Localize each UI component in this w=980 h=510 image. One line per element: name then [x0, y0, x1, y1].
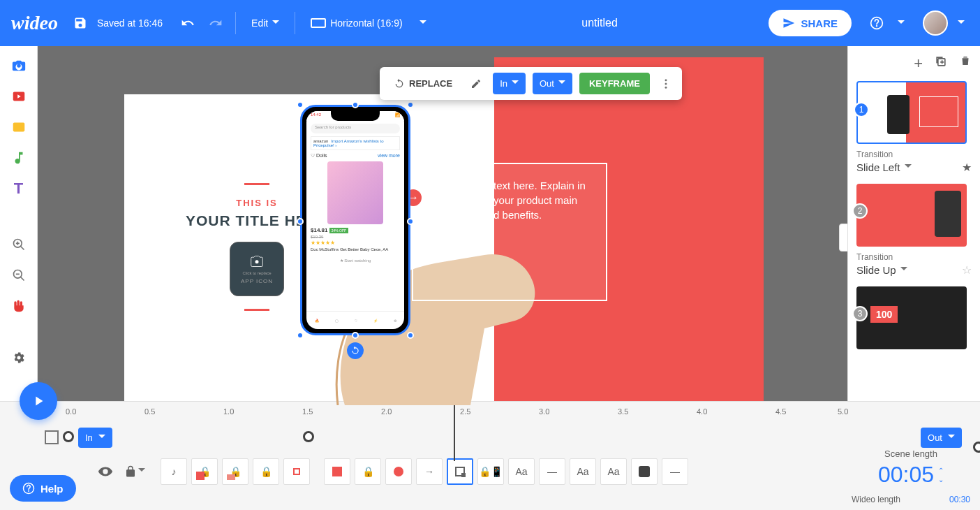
- save-icon: [73, 16, 87, 30]
- in-animation-button[interactable]: In: [493, 73, 526, 94]
- selection-handle[interactable]: [297, 218, 304, 225]
- text-tool[interactable]: T: [10, 180, 27, 197]
- layer-6[interactable]: 🔒: [355, 458, 381, 485]
- star-icon[interactable]: ★: [962, 161, 972, 174]
- time-down-button[interactable]: ⌄: [938, 476, 944, 483]
- zoom-in-tool[interactable]: [10, 236, 27, 253]
- out-animation-button[interactable]: Out: [533, 73, 572, 94]
- edit-pencil-button[interactable]: [466, 74, 486, 94]
- pan-tool[interactable]: [10, 298, 27, 314]
- selection-toolbar: REPLACE In Out KEYFRAME: [380, 67, 682, 100]
- camera-tool[interactable]: [10, 57, 27, 74]
- duplicate-scene-button[interactable]: [934, 54, 948, 73]
- phone-notch: [331, 111, 380, 121]
- phone-product-img: [327, 161, 383, 224]
- scene-thumb-3[interactable]: 3 100: [856, 286, 967, 349]
- help-menu[interactable]: [866, 12, 888, 34]
- replace-icon: [394, 78, 405, 89]
- project-title[interactable]: untitled: [581, 17, 618, 29]
- add-scene-button[interactable]: +: [914, 54, 923, 73]
- eye-icon: [98, 464, 113, 479]
- timeline-meta: Scene length 00:05 ⌃ ⌄ Wideo length 00:3…: [852, 415, 970, 510]
- selection-handle[interactable]: [297, 101, 304, 108]
- layer-7[interactable]: [385, 458, 412, 485]
- share-button[interactable]: SHARE: [769, 10, 852, 36]
- transition-select-1[interactable]: Slide Left: [856, 161, 912, 173]
- left-toolbar: T: [0, 46, 38, 401]
- selection-handle[interactable]: [297, 332, 304, 339]
- delete-scene-button[interactable]: [959, 54, 972, 73]
- layer-4[interactable]: [283, 458, 310, 485]
- undo-button[interactable]: [177, 12, 199, 34]
- orientation-dropdown[interactable]: [415, 13, 431, 34]
- selection-handle[interactable]: [407, 332, 414, 339]
- selection-handle[interactable]: [407, 101, 414, 108]
- image-tool[interactable]: [10, 119, 27, 136]
- video-tool[interactable]: [10, 88, 27, 105]
- canvas[interactable]: THIS IS YOUR TITLE HERE Click to replace…: [38, 46, 847, 401]
- dash-icon: [244, 183, 269, 185]
- layer-12[interactable]: —: [662, 458, 688, 485]
- chevron-down-icon: [898, 17, 905, 29]
- help-button[interactable]: Help: [10, 475, 76, 502]
- svg-point-2: [877, 26, 877, 27]
- rotate-handle[interactable]: [347, 342, 364, 359]
- layer-text-3[interactable]: Aa: [600, 458, 627, 485]
- music-tool[interactable]: [10, 150, 27, 166]
- main-area: T THIS IS YOUR TITLE HERE Click to repla…: [0, 46, 980, 401]
- transition-label: Transition: [856, 252, 972, 262]
- replace-button[interactable]: REPLACE: [387, 74, 459, 94]
- keyframe-marker[interactable]: [63, 431, 74, 442]
- timeline-track[interactable]: In Out: [0, 421, 980, 453]
- chevron-down-icon: [272, 17, 279, 29]
- layer-text-2[interactable]: Aa: [570, 458, 596, 485]
- layer-10[interactable]: —: [539, 458, 565, 485]
- user-avatar[interactable]: [923, 10, 948, 36]
- selection-handle[interactable]: [407, 218, 414, 225]
- save-button[interactable]: [69, 12, 91, 34]
- lock-toggle[interactable]: [124, 465, 145, 478]
- layer-3[interactable]: 🔒: [253, 458, 279, 485]
- layer-5[interactable]: [324, 458, 350, 485]
- time-up-button[interactable]: ⌃: [938, 467, 944, 474]
- edit-menu[interactable]: Edit: [244, 13, 286, 34]
- selection-handle[interactable]: [352, 332, 359, 339]
- orientation-select[interactable]: Horizontal (16:9): [304, 13, 410, 33]
- zoom-out-tool[interactable]: [10, 267, 27, 284]
- trash-icon: [959, 54, 972, 67]
- layer-toolbar: ♪ 🔒 🔒 🔒 🔒 → 🔒📱 Aa — Aa Aa —: [0, 453, 980, 490]
- transition-select-2[interactable]: Slide Up: [856, 264, 907, 276]
- more-button[interactable]: [657, 75, 675, 93]
- help-icon: [870, 16, 884, 30]
- keyframe-button[interactable]: KEYFRAME: [579, 73, 650, 94]
- layer-music[interactable]: ♪: [161, 458, 187, 485]
- layer-11[interactable]: [631, 458, 658, 485]
- layer-8[interactable]: →: [416, 458, 443, 485]
- visibility-toggle[interactable]: [98, 464, 113, 479]
- star-outline-icon[interactable]: ☆: [962, 263, 972, 277]
- user-menu[interactable]: [953, 13, 969, 34]
- scene-thumb-2[interactable]: 2: [856, 184, 967, 247]
- redo-icon: [209, 16, 223, 30]
- svg-point-7: [255, 260, 259, 263]
- scene-thumb-1[interactable]: 1: [856, 81, 967, 144]
- selection-handle[interactable]: [352, 101, 359, 108]
- layer-1[interactable]: 🔒: [191, 458, 218, 485]
- duplicate-icon: [934, 54, 948, 68]
- layer-2[interactable]: 🔒: [222, 458, 248, 485]
- layer-text-1[interactable]: Aa: [508, 458, 535, 485]
- svg-point-8: [665, 79, 667, 81]
- text-box[interactable]: → Insert your text here. Explain in a fe…: [412, 163, 607, 301]
- top-bar: wideo Saved at 16:46 Edit Horizontal (16…: [0, 0, 980, 46]
- layer-selected[interactable]: [447, 458, 473, 485]
- keyframe-marker[interactable]: [303, 431, 314, 442]
- redo-button[interactable]: [205, 12, 227, 34]
- layer-9[interactable]: 🔒📱: [477, 458, 504, 485]
- phone-tabs: 🔥▢♡⚡⚙: [306, 311, 404, 329]
- keyframe-marker[interactable]: [973, 442, 980, 453]
- play-button[interactable]: [20, 382, 57, 420]
- help-dropdown[interactable]: [893, 13, 909, 34]
- phone-element[interactable]: 14:42📶 Search for products amazonImport …: [300, 105, 410, 335]
- in-pill[interactable]: In: [78, 428, 112, 448]
- settings-tool[interactable]: [10, 349, 27, 366]
